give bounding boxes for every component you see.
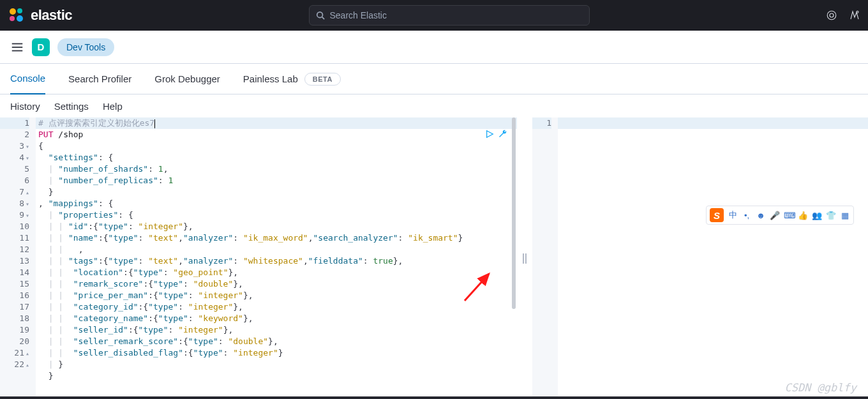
ime-emoji-icon[interactable]: ☻ [756,211,766,220]
fold-icon[interactable]: ▾ [26,212,29,219]
line-number: 12 [19,245,29,254]
line-number: 5 [24,164,29,174]
global-search-input[interactable]: Search Elastic [309,5,590,26]
tab-label: Painless Lab [243,73,298,84]
code-str: "integer" [178,325,223,335]
breadcrumb[interactable]: Dev Tools [57,38,114,56]
console-toolbar: History Settings Help [0,94,868,117]
request-gutter: 1 2 3▾ 4▾ 5 6 7▴ 8▾ 9▾ 10 11 12 13 14 15… [0,117,36,399]
code-str: "whitespace" [243,256,303,266]
tab-label: Console [10,73,45,84]
code-key: "name" [68,233,98,243]
search-icon [316,11,325,20]
code-key: "type" [158,290,188,300]
send-request-icon[interactable] [485,130,494,139]
line-number: 4 [19,153,24,162]
header-actions [826,10,860,21]
code-str: "double" [228,336,268,346]
svg-point-2 [10,16,15,21]
line-number: 14 [19,267,29,277]
code-key: "type" [133,267,163,277]
line-number: 8 [19,199,24,208]
code-key: "type" [108,256,138,266]
history-link[interactable]: History [10,101,40,112]
fold-icon[interactable]: ▾ [26,154,29,162]
line-number: 1 [24,118,29,128]
elastic-logo[interactable]: elastic [8,6,72,24]
help-link[interactable]: Help [103,101,123,112]
ime-lang[interactable]: 中 [728,209,738,221]
code-key: "type" [153,279,183,289]
svg-point-1 [17,8,22,13]
request-scrollbar[interactable] [511,117,517,399]
ime-user-icon[interactable]: 👥 [812,211,822,220]
fold-icon[interactable]: ▴ [26,361,29,368]
request-options-icon[interactable] [498,129,508,139]
ime-skin-icon[interactable]: 👕 [826,211,836,220]
tab-console[interactable]: Console [10,64,45,94]
line-number: 11 [19,233,29,243]
tabs-row: Console Search Profiler Grok Debugger Pa… [0,64,868,94]
line-number: 7 [19,187,24,197]
ime-like-icon[interactable]: 👍 [798,211,808,220]
code-key: "seller_disabled_flag" [73,348,183,358]
code-str: "geo_point" [173,267,228,277]
response-editor[interactable] [558,117,868,399]
newsfeed-icon[interactable] [826,10,837,21]
code-key: "location" [73,267,123,277]
app-badge[interactable]: D [32,38,50,56]
code-key: "price_per_man" [73,290,148,300]
sogou-logo-icon: S [710,208,724,222]
line-number: 9 [19,210,24,220]
line-number: 19 [19,325,29,335]
code-path: /shop [58,130,83,139]
tab-painless-lab[interactable]: Painless LabBETA [243,64,341,94]
ime-voice-icon[interactable]: 🎤 [770,211,780,220]
menu-toggle-icon[interactable] [10,40,24,54]
code-key: "type" [188,336,218,346]
tab-grok-debugger[interactable]: Grok Debugger [154,64,220,94]
line-number: 1 [546,118,551,128]
search-placeholder: Search Elastic [330,10,387,20]
code-key: "seller_remark_score" [73,336,178,346]
line-number: 13 [19,256,29,266]
fold-icon[interactable]: ▾ [26,143,29,150]
tab-label: Search Profiler [68,73,131,84]
response-pane: 1 [532,117,868,399]
line-number: 3 [19,141,24,151]
svg-point-4 [317,12,322,18]
code-key: "id" [68,222,88,231]
code-num: 1 [168,176,174,185]
code-str: "double" [193,279,234,289]
pane-splitter[interactable] [517,117,532,399]
code-key: "analyzer" [183,256,233,266]
line-number: 18 [19,313,29,323]
fold-icon[interactable]: ▾ [26,200,29,207]
ime-toolbar[interactable]: S 中 •, ☻ 🎤 ⌨ 👍 👥 👕 ▦ [706,206,854,225]
svg-point-6 [827,11,836,20]
code-key: "properties" [58,210,118,220]
code-str: "ik_smart" [408,233,458,243]
svg-line-5 [322,17,324,20]
line-number: 22 [14,359,24,369]
fold-icon[interactable]: ▴ [26,189,29,196]
help-icon[interactable] [849,10,860,21]
ime-grid-icon[interactable]: ▦ [840,211,850,220]
ime-keyboard-icon[interactable]: ⌨ [784,211,794,220]
code-method: PUT [38,130,53,139]
code-str: "integer" [138,222,183,231]
fold-icon[interactable]: ▴ [26,350,29,357]
code-key: "mappings" [49,199,98,208]
line-number: 15 [19,279,29,289]
search-container: Search Elastic [72,5,826,26]
line-number: 17 [19,302,29,312]
request-pane: 1 2 3▾ 4▾ 5 6 7▴ 8▾ 9▾ 10 11 12 13 14 15… [0,117,517,399]
line-number: 16 [19,290,29,300]
code-str: "text" [148,233,178,243]
beta-badge: BETA [304,73,341,86]
settings-link[interactable]: Settings [54,101,89,112]
ime-punct-icon[interactable]: •, [742,211,752,220]
tab-search-profiler[interactable]: Search Profiler [68,64,131,94]
request-editor[interactable]: # 点评搜索索引定义初始化es7 PUT /shop { "settings":… [36,117,517,399]
code-key: "settings" [49,153,98,162]
